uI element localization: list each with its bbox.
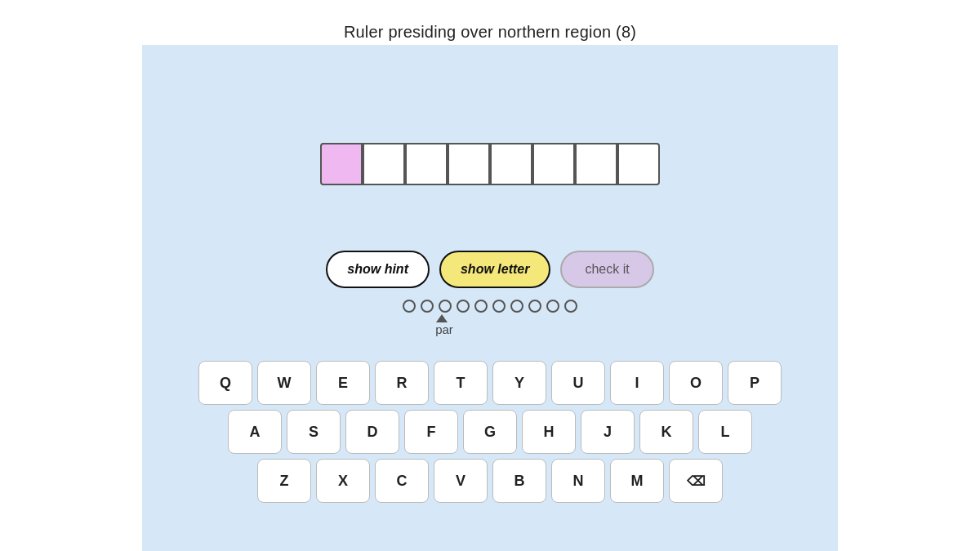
dot-9 [564,300,577,313]
check-it-button[interactable]: check it [560,251,653,288]
dot-0 [403,300,416,313]
keyboard-row-3: Z X C V B N M ⌫ [257,459,723,503]
letter-box-2[interactable] [405,143,448,185]
key-E[interactable]: E [316,361,370,405]
key-G[interactable]: G [463,410,517,454]
key-A[interactable]: A [228,410,282,454]
key-D[interactable]: D [345,410,399,454]
key-F[interactable]: F [404,410,458,454]
key-U[interactable]: U [551,361,605,405]
progress-arrow [436,314,448,322]
letter-box-6[interactable] [575,143,617,185]
buttons-row: show hint show letter check it [326,251,653,288]
key-C[interactable]: C [375,459,429,503]
key-J[interactable]: J [581,410,635,454]
keyboard: Q W E R T Y U I O P A S D F G H J K L Z … [142,351,838,516]
dot-2 [439,300,452,313]
game-area: show hint show letter check it par Q W E [142,45,838,551]
show-letter-button[interactable]: show letter [439,251,550,288]
dot-1 [421,300,434,313]
key-R[interactable]: R [375,361,429,405]
key-M[interactable]: M [610,459,664,503]
dot-5 [492,300,506,313]
key-H[interactable]: H [522,410,576,454]
par-label: par [435,322,453,336]
key-Y[interactable]: Y [492,361,546,405]
key-W[interactable]: W [257,361,311,405]
arrow-par-wrapper: par [435,314,453,336]
key-I[interactable]: I [610,361,664,405]
dot-8 [546,300,559,313]
letter-box-1[interactable] [363,143,405,185]
key-N[interactable]: N [551,459,605,503]
letter-box-5[interactable] [532,143,575,185]
key-Q[interactable]: Q [198,361,252,405]
key-K[interactable]: K [639,410,693,454]
letter-box-3[interactable] [448,143,490,185]
key-X[interactable]: X [316,459,370,503]
key-Z[interactable]: Z [257,459,311,503]
key-S[interactable]: S [287,410,341,454]
clue-text: Ruler presiding over northern region (8) [344,23,636,42]
letter-boxes [320,143,660,185]
key-T[interactable]: T [434,361,488,405]
letter-box-0[interactable] [320,143,363,185]
dots-row [403,300,577,313]
keyboard-row-1: Q W E R T Y U I O P [198,361,782,405]
dot-3 [457,300,470,313]
keyboard-row-2: A S D F G H J K L [228,410,752,454]
key-L[interactable]: L [698,410,752,454]
show-hint-button[interactable]: show hint [326,251,430,288]
progress-row: par [403,300,577,336]
letter-box-7[interactable] [617,143,660,185]
dot-4 [474,300,488,313]
dot-7 [528,300,541,313]
key-O[interactable]: O [669,361,723,405]
key-B[interactable]: B [492,459,546,503]
backspace-key[interactable]: ⌫ [669,459,723,503]
dot-6 [510,300,523,313]
letter-box-4[interactable] [490,143,532,185]
key-P[interactable]: P [728,361,782,405]
key-V[interactable]: V [434,459,488,503]
